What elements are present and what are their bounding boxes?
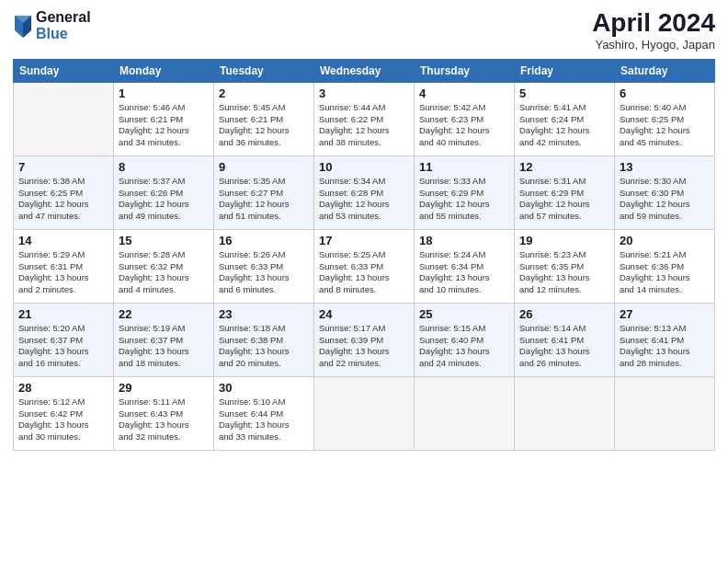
logo-icon	[13, 14, 33, 38]
day-number: 11	[419, 160, 509, 174]
table-row: 3Sunrise: 5:44 AM Sunset: 6:22 PM Daylig…	[314, 82, 415, 155]
logo-general: General	[36, 9, 91, 26]
day-info: Sunrise: 5:19 AM Sunset: 6:37 PM Dayligh…	[119, 323, 209, 370]
logo-text: General Blue	[36, 9, 91, 41]
day-info: Sunrise: 5:14 AM Sunset: 6:41 PM Dayligh…	[519, 323, 609, 370]
day-number: 2	[219, 86, 309, 100]
day-number: 18	[419, 234, 509, 247]
table-row: 24Sunrise: 5:17 AM Sunset: 6:39 PM Dayli…	[314, 303, 415, 376]
day-number: 26	[519, 307, 609, 321]
col-thursday: Thursday	[415, 59, 515, 82]
day-number: 24	[319, 307, 409, 321]
table-row	[615, 376, 715, 450]
day-number: 7	[18, 160, 108, 174]
day-number: 12	[519, 160, 609, 174]
day-info: Sunrise: 5:46 AM Sunset: 6:21 PM Dayligh…	[119, 102, 209, 149]
day-number: 9	[219, 160, 309, 174]
table-row: 10Sunrise: 5:34 AM Sunset: 6:28 PM Dayli…	[314, 155, 415, 229]
header: General Blue April 2024 Yashiro, Hyogo, …	[13, 9, 715, 52]
table-row: 26Sunrise: 5:14 AM Sunset: 6:41 PM Dayli…	[515, 303, 615, 376]
day-number: 20	[620, 234, 710, 247]
day-info: Sunrise: 5:25 AM Sunset: 6:33 PM Dayligh…	[319, 249, 409, 296]
day-number: 8	[119, 160, 209, 174]
day-info: Sunrise: 5:24 AM Sunset: 6:34 PM Dayligh…	[419, 249, 509, 296]
col-friday: Friday	[515, 59, 615, 82]
table-row: 13Sunrise: 5:30 AM Sunset: 6:30 PM Dayli…	[615, 155, 715, 229]
day-number: 17	[319, 234, 409, 247]
table-row: 7Sunrise: 5:38 AM Sunset: 6:25 PM Daylig…	[14, 155, 114, 229]
day-info: Sunrise: 5:33 AM Sunset: 6:29 PM Dayligh…	[419, 176, 509, 223]
calendar-table: Sunday Monday Tuesday Wednesday Thursday…	[13, 59, 715, 451]
table-row	[415, 376, 515, 450]
page: General Blue April 2024 Yashiro, Hyogo, …	[0, 0, 728, 563]
day-info: Sunrise: 5:13 AM Sunset: 6:41 PM Dayligh…	[620, 323, 710, 370]
title-block: April 2024 Yashiro, Hyogo, Japan	[592, 9, 715, 52]
day-number: 5	[519, 86, 609, 100]
table-row: 9Sunrise: 5:35 AM Sunset: 6:27 PM Daylig…	[214, 155, 314, 229]
day-info: Sunrise: 5:11 AM Sunset: 6:43 PM Dayligh…	[119, 396, 209, 443]
day-info: Sunrise: 5:41 AM Sunset: 6:24 PM Dayligh…	[519, 102, 609, 149]
table-row: 30Sunrise: 5:10 AM Sunset: 6:44 PM Dayli…	[214, 376, 314, 450]
day-info: Sunrise: 5:30 AM Sunset: 6:30 PM Dayligh…	[620, 176, 710, 223]
day-info: Sunrise: 5:42 AM Sunset: 6:23 PM Dayligh…	[419, 102, 509, 149]
table-row: 12Sunrise: 5:31 AM Sunset: 6:29 PM Dayli…	[515, 155, 615, 229]
day-info: Sunrise: 5:21 AM Sunset: 6:36 PM Dayligh…	[620, 249, 710, 296]
day-info: Sunrise: 5:26 AM Sunset: 6:33 PM Dayligh…	[219, 249, 309, 296]
day-number: 21	[18, 307, 108, 321]
col-saturday: Saturday	[615, 59, 715, 82]
table-row	[14, 82, 114, 155]
table-row: 20Sunrise: 5:21 AM Sunset: 6:36 PM Dayli…	[615, 229, 715, 303]
table-row: 28Sunrise: 5:12 AM Sunset: 6:42 PM Dayli…	[14, 376, 114, 450]
table-row: 6Sunrise: 5:40 AM Sunset: 6:25 PM Daylig…	[615, 82, 715, 155]
day-info: Sunrise: 5:45 AM Sunset: 6:21 PM Dayligh…	[219, 102, 309, 149]
table-row: 22Sunrise: 5:19 AM Sunset: 6:37 PM Dayli…	[114, 303, 214, 376]
day-info: Sunrise: 5:12 AM Sunset: 6:42 PM Dayligh…	[18, 396, 108, 443]
table-row: 4Sunrise: 5:42 AM Sunset: 6:23 PM Daylig…	[415, 82, 515, 155]
day-info: Sunrise: 5:31 AM Sunset: 6:29 PM Dayligh…	[519, 176, 609, 223]
table-row: 21Sunrise: 5:20 AM Sunset: 6:37 PM Dayli…	[14, 303, 114, 376]
col-tuesday: Tuesday	[214, 59, 314, 82]
day-info: Sunrise: 5:40 AM Sunset: 6:25 PM Dayligh…	[620, 102, 710, 149]
day-number: 13	[620, 160, 710, 174]
day-number: 23	[219, 307, 309, 321]
day-number: 10	[319, 160, 409, 174]
day-info: Sunrise: 5:17 AM Sunset: 6:39 PM Dayligh…	[319, 323, 409, 370]
table-row	[515, 376, 615, 450]
table-row	[314, 376, 415, 450]
table-row: 2Sunrise: 5:45 AM Sunset: 6:21 PM Daylig…	[214, 82, 314, 155]
col-monday: Monday	[114, 59, 214, 82]
day-info: Sunrise: 5:44 AM Sunset: 6:22 PM Dayligh…	[319, 102, 409, 149]
table-row: 27Sunrise: 5:13 AM Sunset: 6:41 PM Dayli…	[615, 303, 715, 376]
table-row: 14Sunrise: 5:29 AM Sunset: 6:31 PM Dayli…	[14, 229, 114, 303]
logo: General Blue	[13, 9, 91, 41]
week-row-5: 28Sunrise: 5:12 AM Sunset: 6:42 PM Dayli…	[14, 376, 715, 450]
table-row: 18Sunrise: 5:24 AM Sunset: 6:34 PM Dayli…	[415, 229, 515, 303]
day-info: Sunrise: 5:20 AM Sunset: 6:37 PM Dayligh…	[18, 323, 108, 370]
week-row-3: 14Sunrise: 5:29 AM Sunset: 6:31 PM Dayli…	[14, 229, 715, 303]
day-info: Sunrise: 5:15 AM Sunset: 6:40 PM Dayligh…	[419, 323, 509, 370]
day-number: 1	[119, 86, 209, 100]
day-number: 22	[119, 307, 209, 321]
day-number: 3	[319, 86, 409, 100]
location: Yashiro, Hyogo, Japan	[592, 38, 715, 52]
day-number: 19	[519, 234, 609, 247]
table-row: 17Sunrise: 5:25 AM Sunset: 6:33 PM Dayli…	[314, 229, 415, 303]
day-number: 30	[219, 381, 309, 395]
day-number: 14	[18, 234, 108, 247]
table-row: 29Sunrise: 5:11 AM Sunset: 6:43 PM Dayli…	[114, 376, 214, 450]
day-number: 4	[419, 86, 509, 100]
week-row-4: 21Sunrise: 5:20 AM Sunset: 6:37 PM Dayli…	[14, 303, 715, 376]
day-number: 16	[219, 234, 309, 247]
col-sunday: Sunday	[14, 59, 114, 82]
day-info: Sunrise: 5:28 AM Sunset: 6:32 PM Dayligh…	[119, 249, 209, 296]
table-row: 25Sunrise: 5:15 AM Sunset: 6:40 PM Dayli…	[415, 303, 515, 376]
day-info: Sunrise: 5:38 AM Sunset: 6:25 PM Dayligh…	[18, 176, 108, 223]
table-row: 8Sunrise: 5:37 AM Sunset: 6:26 PM Daylig…	[114, 155, 214, 229]
day-number: 15	[119, 234, 209, 247]
day-number: 29	[119, 381, 209, 395]
day-number: 27	[620, 307, 710, 321]
table-row: 19Sunrise: 5:23 AM Sunset: 6:35 PM Dayli…	[515, 229, 615, 303]
day-number: 28	[18, 381, 108, 395]
table-row: 23Sunrise: 5:18 AM Sunset: 6:38 PM Dayli…	[214, 303, 314, 376]
day-info: Sunrise: 5:18 AM Sunset: 6:38 PM Dayligh…	[219, 323, 309, 370]
